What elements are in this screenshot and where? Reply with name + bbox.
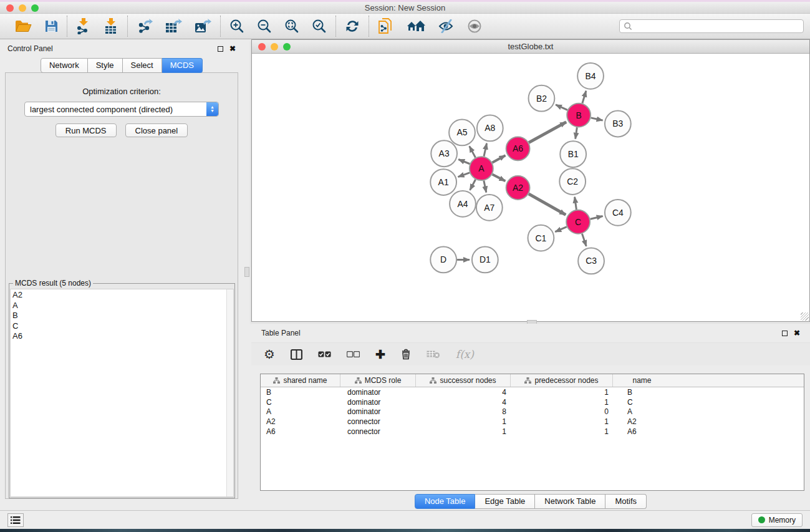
tab-network-table[interactable]: Network Table [535, 494, 605, 509]
table-cell[interactable]: 0 [511, 407, 613, 416]
edge-A-A7[interactable] [484, 181, 486, 193]
delete-columns-icon[interactable] [401, 349, 411, 360]
column-header-shared-name[interactable]: shared name [261, 374, 340, 387]
column-header-name[interactable]: name [613, 374, 671, 387]
table-cell[interactable]: 4 [416, 398, 511, 407]
open-session-icon[interactable] [15, 19, 32, 33]
export-table-icon[interactable] [165, 19, 182, 34]
table-cell[interactable]: B [613, 388, 671, 397]
result-item[interactable]: A [12, 301, 231, 311]
import-network-icon[interactable] [76, 18, 91, 34]
search-input[interactable] [632, 22, 799, 31]
table-cell[interactable]: 1 [511, 417, 613, 426]
zoom-fit-icon[interactable] [284, 19, 299, 34]
table-cell[interactable]: A6 [613, 427, 671, 436]
column-header-successor-nodes[interactable]: successor nodes [416, 374, 511, 387]
network-window-lights[interactable] [258, 43, 291, 51]
close-panel-icon[interactable]: ✖ [229, 46, 236, 52]
result-item[interactable]: A2 [12, 290, 231, 301]
save-session-icon[interactable] [44, 19, 58, 33]
minimize-window-button[interactable] [19, 4, 26, 12]
edge-B-B3[interactable] [591, 118, 603, 120]
result-item[interactable]: C [12, 321, 231, 332]
table-cell[interactable]: B [261, 388, 340, 397]
table-cell[interactable]: A [613, 407, 671, 416]
refresh-layout-icon[interactable] [345, 19, 360, 34]
table-cell[interactable]: 1 [416, 427, 511, 436]
run-mcds-button[interactable]: Run MCDS [55, 123, 117, 137]
edge-A-A6[interactable] [492, 155, 505, 162]
tab-edge-table[interactable]: Edge Table [475, 494, 535, 509]
result-scrollbar[interactable] [226, 289, 233, 496]
close-panel-button[interactable]: Close panel [125, 123, 188, 137]
table-cell[interactable]: dominator [340, 388, 416, 397]
table-cell[interactable]: 1 [511, 398, 613, 407]
unselect-all-columns-icon[interactable] [347, 351, 360, 357]
zoom-window-button[interactable] [31, 4, 39, 12]
window-titlebar[interactable]: Session: New Session [0, 2, 810, 14]
table-cell[interactable]: 4 [416, 388, 511, 397]
table-cell[interactable]: 1 [511, 388, 613, 397]
table-row[interactable]: A6connector11A6 [261, 427, 804, 437]
select-all-columns-icon[interactable] [318, 351, 331, 357]
network-graph[interactable]: B4B2BB3B1A5A8A3A6AA1A4A7A2C2CC4C1C3DD1 [252, 54, 809, 321]
table-cell[interactable]: dominator [340, 398, 416, 407]
result-item[interactable]: A6 [12, 331, 231, 342]
traffic-lights[interactable] [6, 4, 39, 12]
network-canvas[interactable]: B4B2BB3B1A5A8A3A6AA1A4A7A2C2CC4C1C3DD1 [252, 54, 809, 321]
criterion-select[interactable]: largest connected component (directed) ▲… [24, 102, 219, 117]
edge-C-C2[interactable] [575, 197, 577, 210]
edge-A2-C[interactable] [529, 194, 566, 215]
export-image-icon[interactable] [195, 19, 211, 34]
tab-motifs[interactable]: Motifs [605, 494, 647, 509]
table-cell[interactable]: A2 [613, 417, 671, 426]
close-window-button[interactable] [6, 4, 14, 12]
hide-graphics-details-icon[interactable] [438, 19, 454, 33]
tab-network[interactable]: Network [41, 58, 88, 73]
result-item[interactable]: B [12, 311, 231, 321]
table-row[interactable]: Cdominator41C [261, 397, 804, 407]
table-row[interactable]: A2connector11A2 [261, 417, 804, 427]
edge-A-A1[interactable] [458, 173, 470, 177]
memory-button[interactable]: Memory [751, 513, 803, 527]
tab-style[interactable]: Style [88, 58, 123, 73]
node-table[interactable]: shared name MCDS role successor nodes pr… [260, 374, 804, 491]
show-graphics-details-icon[interactable] [466, 19, 483, 33]
network-window-titlebar[interactable]: testGlobe.txt [252, 40, 809, 54]
edge-A-A8[interactable] [484, 143, 487, 157]
window-resize-grip[interactable] [801, 312, 809, 321]
edge-B-B1[interactable] [576, 127, 577, 138]
edge-C-C4[interactable] [591, 216, 603, 219]
edge-A-A2[interactable] [492, 174, 505, 181]
table-options-gear-icon[interactable]: ⚙ [264, 347, 275, 362]
tab-node-table[interactable]: Node Table [415, 494, 476, 509]
close-table-panel-icon[interactable]: ✖ [794, 330, 800, 336]
function-builder-icon[interactable]: f(x) [456, 348, 474, 360]
edge-C-C3[interactable] [582, 234, 586, 246]
show-column-panel-icon[interactable] [291, 349, 302, 360]
network-minimize-button[interactable] [271, 43, 278, 51]
edge-A-A5[interactable] [470, 146, 476, 157]
add-column-icon[interactable]: ✚ [375, 349, 385, 360]
search-box[interactable] [619, 19, 804, 33]
table-cell[interactable]: 8 [416, 407, 511, 416]
tab-mcds[interactable]: MCDS [162, 58, 203, 73]
home-views-icon[interactable] [407, 19, 425, 33]
table-cell[interactable]: C [613, 398, 671, 407]
splitter-grip[interactable] [244, 267, 249, 277]
float-panel-icon[interactable] [218, 46, 223, 52]
table-cell[interactable]: 1 [511, 427, 613, 436]
column-header-predecessor-nodes[interactable]: predecessor nodes [511, 374, 613, 387]
duplicate-network-icon[interactable] [378, 17, 394, 35]
network-view-window[interactable]: testGlobe.txt B4B2BB3B1A5A8A3A6AA1A4A7A2… [251, 39, 810, 322]
table-cell[interactable]: dominator [340, 407, 416, 416]
table-row[interactable]: Adominator80A [261, 407, 804, 417]
table-cell[interactable]: A [261, 407, 340, 416]
table-cell[interactable]: connector [340, 427, 416, 436]
column-header-mcds-role[interactable]: MCDS role [340, 374, 416, 387]
edge-A-A4[interactable] [470, 180, 476, 190]
zoom-in-icon[interactable] [229, 19, 244, 34]
table-cell[interactable]: C [261, 398, 340, 407]
delete-table-icon[interactable] [427, 350, 440, 359]
edge-B-B2[interactable] [556, 105, 567, 110]
